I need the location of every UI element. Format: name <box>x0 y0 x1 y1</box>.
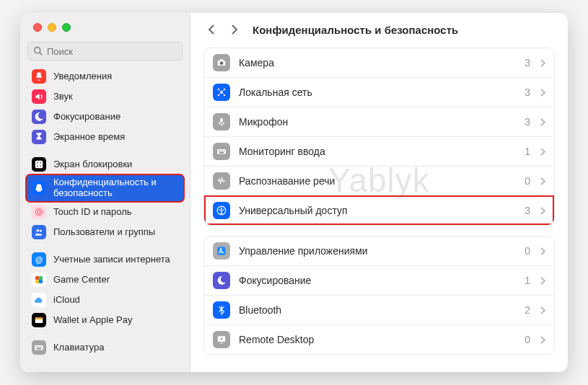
sidebar-item-internet-accounts[interactable]: @Учетные записи интернета <box>26 249 184 270</box>
sidebar-item-label: Звук <box>53 92 73 102</box>
sidebar-nav: УведомленияЗвукФокусированиеЭкранное вре… <box>20 65 190 372</box>
chevron-right-icon <box>540 177 545 185</box>
sidebar-item-lock-screen[interactable]: Экран блокировки <box>26 154 184 174</box>
row-speech-recognition[interactable]: Распознавание речи0 <box>204 166 554 195</box>
svg-rect-38 <box>217 149 226 154</box>
sidebar-item-privacy-security[interactable]: Конфиденциальность и безопасность <box>26 174 184 202</box>
chevron-right-icon <box>540 118 545 126</box>
svg-point-9 <box>37 229 40 232</box>
chevron-right-icon <box>540 59 545 67</box>
minimize-button[interactable] <box>48 23 56 32</box>
game-icon <box>32 273 46 287</box>
row-count: 0 <box>525 175 530 187</box>
bell-icon <box>32 69 46 84</box>
svg-point-10 <box>40 230 42 232</box>
sidebar-item-screen-time[interactable]: Экранное время <box>26 127 184 147</box>
sidebar-item-label: Экран блокировки <box>53 159 132 170</box>
row-label: Фокусирование <box>239 275 516 286</box>
hourglass-icon <box>32 130 46 144</box>
settings-window: УведомленияЗвукФокусированиеЭкранное вре… <box>20 13 568 372</box>
svg-point-3 <box>37 162 38 164</box>
fullscreen-button[interactable] <box>62 23 71 32</box>
row-label: Камера <box>239 57 516 68</box>
row-count: 3 <box>525 57 530 68</box>
bluetooth-icon <box>213 301 230 319</box>
svg-line-35 <box>221 92 224 95</box>
sidebar-item-label: Game Center <box>53 275 110 286</box>
row-local-network[interactable]: Локальная сеть3 <box>204 77 554 107</box>
sidebar-item-touch-id[interactable]: Touch ID и пароль <box>26 202 184 222</box>
back-button[interactable] <box>203 22 219 37</box>
row-count: 1 <box>525 275 530 286</box>
svg-rect-21 <box>40 347 40 348</box>
svg-line-32 <box>219 89 221 92</box>
row-input-monitoring[interactable]: Мониторинг ввода1 <box>204 136 554 166</box>
svg-point-4 <box>40 162 42 164</box>
svg-rect-2 <box>35 161 43 169</box>
row-label: Remote Desktop <box>239 334 516 345</box>
sidebar-item-label: Фокусирование <box>53 112 120 123</box>
svg-rect-41 <box>222 151 223 151</box>
row-label: Локальная сеть <box>239 87 516 98</box>
keyboard-icon <box>32 340 46 355</box>
sidebar-item-label: Уведомления <box>53 71 112 82</box>
accessibility-icon <box>213 202 230 219</box>
hand-icon <box>32 181 46 195</box>
forward-button[interactable] <box>227 22 242 37</box>
svg-rect-48 <box>220 342 223 343</box>
row-focus-row[interactable]: Фокусирование1 <box>204 265 554 295</box>
chevron-right-icon <box>540 277 545 285</box>
sidebar-item-wallet[interactable]: Wallet и Apple Pay <box>26 310 184 330</box>
svg-rect-36 <box>220 118 223 123</box>
svg-line-1 <box>40 53 42 55</box>
row-microphone[interactable]: Микрофон3 <box>204 107 554 136</box>
svg-point-15 <box>38 279 43 283</box>
chevron-right-icon <box>540 336 545 344</box>
row-count: 2 <box>525 304 530 316</box>
chevron-right-icon <box>540 89 545 97</box>
row-count: 3 <box>525 87 530 98</box>
keyboard-small-icon <box>213 143 230 160</box>
svg-point-6 <box>40 166 42 167</box>
svg-rect-17 <box>35 318 43 319</box>
sidebar-item-notifications[interactable]: Уведомления <box>26 66 184 87</box>
sidebar-item-icloud[interactable]: iCloud <box>26 290 184 310</box>
chevron-right-icon <box>540 306 545 314</box>
sidebar-item-game-center[interactable]: Game Center <box>26 270 184 290</box>
svg-rect-43 <box>219 152 224 153</box>
sidebar-item-label: Экранное время <box>53 132 125 143</box>
svg-point-7 <box>35 208 42 215</box>
svg-rect-20 <box>38 347 38 348</box>
row-label: Мониторинг ввода <box>239 146 516 157</box>
sidebar-item-users-groups[interactable]: Пользователи и группы <box>26 222 184 242</box>
sidebar-item-sound[interactable]: Звук <box>26 87 184 107</box>
search-input[interactable] <box>27 42 183 61</box>
sidebar-item-keyboard[interactable]: Клавиатура <box>26 337 184 358</box>
row-accessibility[interactable]: Универсальный доступ3 <box>204 195 554 225</box>
svg-rect-39 <box>219 151 219 151</box>
camera-icon <box>213 54 230 71</box>
search-icon <box>33 46 43 56</box>
lock-screen-icon <box>32 157 46 172</box>
svg-point-0 <box>35 48 40 53</box>
chevron-right-icon <box>540 247 545 255</box>
row-remote-desktop[interactable]: Remote Desktop0 <box>204 324 554 354</box>
content-pane: Yablyk Конфиденциальность и безопасность… <box>190 13 568 372</box>
sidebar-item-label: Wallet и Apple Pay <box>53 315 132 326</box>
speaker-icon <box>32 89 46 104</box>
chevron-right-icon <box>540 148 545 156</box>
svg-point-25 <box>220 61 224 65</box>
sidebar-item-focus[interactable]: Фокусирование <box>26 107 184 127</box>
row-count: 3 <box>525 205 530 216</box>
row-app-management[interactable]: Управление приложениями0 <box>204 236 554 265</box>
svg-line-33 <box>221 89 224 92</box>
fingerprint-icon <box>32 205 46 219</box>
row-label: Распознавание речи <box>239 175 516 187</box>
sidebar-item-label: Пользователи и группы <box>53 227 155 238</box>
svg-point-49 <box>221 338 222 340</box>
close-button[interactable] <box>33 23 42 32</box>
row-camera[interactable]: Камера3 <box>204 48 554 77</box>
moon-icon <box>213 272 230 289</box>
sidebar-item-label: iCloud <box>53 295 80 306</box>
row-bluetooth[interactable]: Bluetooth2 <box>204 295 554 324</box>
